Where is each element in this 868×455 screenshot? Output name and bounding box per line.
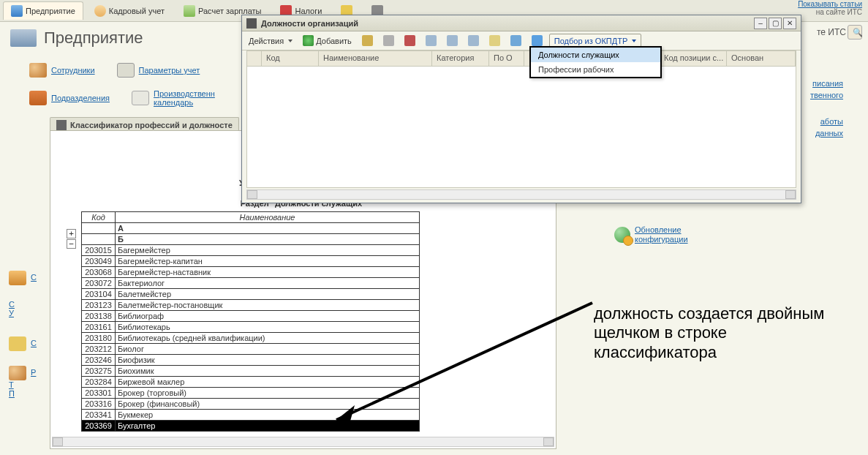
okpdtr-label: Подбор из ОКПДТР <box>554 37 627 45</box>
table-row[interactable]: 203301Брокер (торговый) <box>82 388 420 399</box>
table-row[interactable]: 203316Брокер (финансовый) <box>82 399 420 410</box>
stub-link[interactable]: С <box>31 273 37 282</box>
cell-name: Бактериолог <box>116 278 420 289</box>
copy-button[interactable] <box>380 34 398 48</box>
link-frag[interactable]: твенного <box>810 91 843 99</box>
cell-name: Биолог <box>116 344 420 355</box>
add-label: Добавить <box>316 37 352 45</box>
tab-enterprise[interactable]: Предприятие <box>3 1 83 20</box>
group-row[interactable]: А <box>82 223 420 234</box>
update-link[interactable]: Обновление <box>635 225 682 234</box>
table-row[interactable]: 203180Библиотекарь (средней квалификации… <box>82 333 420 344</box>
group-row[interactable]: Б <box>82 234 420 245</box>
search-button[interactable]: 🔍 <box>848 25 862 40</box>
its-search: те ИТС 🔍 <box>817 25 862 40</box>
scroll-left-button[interactable] <box>53 437 63 446</box>
table-row[interactable]: 203341Букмекер <box>82 410 420 421</box>
table-row[interactable]: 203275Биохимик <box>82 366 420 377</box>
maximize-button[interactable]: ▢ <box>769 18 782 29</box>
refresh-button[interactable] <box>507 34 525 48</box>
link-text[interactable]: Производственн <box>154 89 215 98</box>
col-basis[interactable]: Основан <box>727 51 796 66</box>
stub-link[interactable]: У <box>9 309 14 317</box>
stub-link[interactable]: Р <box>31 368 36 377</box>
link-text[interactable]: Сотрудники <box>51 66 95 75</box>
people-icon <box>9 366 26 380</box>
cell-code: 203275 <box>82 366 116 377</box>
table-row[interactable]: 203049Багермейстер-капитан <box>82 256 420 267</box>
col-code[interactable]: Код <box>262 51 319 66</box>
find-button[interactable] <box>486 34 504 48</box>
table-row[interactable]: 203138Библиограф <box>82 311 420 322</box>
col-name[interactable]: Наименование <box>319 51 432 66</box>
edit-button[interactable] <box>358 34 377 48</box>
its-note: Показывать статьи на сайте ИТС <box>798 0 862 16</box>
dialog-h-scrollbar[interactable] <box>246 189 796 200</box>
grid-body[interactable] <box>246 67 796 188</box>
h-scrollbar[interactable] <box>52 437 554 447</box>
its-link[interactable]: Показывать статьи <box>798 0 862 8</box>
cell-name: Биржевой маклер <box>116 377 420 388</box>
menu-positions[interactable]: Должности служащих <box>531 48 660 62</box>
minimize-button[interactable]: – <box>754 18 767 29</box>
stub-link[interactable]: С <box>9 300 15 309</box>
tree-collapse-minus[interactable]: − <box>67 239 76 249</box>
table-row[interactable]: 203072Бактериолог <box>82 278 420 289</box>
scroll-right-button[interactable] <box>785 190 796 199</box>
col-position-code[interactable]: Код позиции с... <box>660 51 727 66</box>
sort-button[interactable] <box>443 34 461 48</box>
table-row[interactable]: 203123Балетмейстер-постановщик <box>82 300 420 311</box>
cell-name: Брокер (финансовый) <box>116 399 420 410</box>
delete-button[interactable] <box>401 34 419 48</box>
dialog-icon <box>246 18 257 29</box>
tab-hr[interactable]: Кадровый учет <box>86 1 173 20</box>
link-employees[interactable]: Сотрудники <box>29 63 95 78</box>
cell-code: 203049 <box>82 256 116 267</box>
cell-name: Бухгалтер <box>116 421 420 432</box>
table-row[interactable]: 203015Багермейстер <box>82 245 420 256</box>
link-frag[interactable]: данных <box>815 129 843 138</box>
departments-icon <box>29 91 47 105</box>
link-text[interactable]: Подразделения <box>51 94 110 102</box>
scroll-left-button[interactable] <box>247 190 257 199</box>
table-row[interactable]: 203284Биржевой маклер <box>82 377 420 388</box>
stub-link[interactable]: П <box>9 389 15 398</box>
actions-menu[interactable]: Действия <box>245 34 296 48</box>
tab-label: Предприятие <box>26 7 75 15</box>
stub-link[interactable]: Т <box>9 380 14 389</box>
close-button[interactable]: ✕ <box>783 18 796 29</box>
dialog-titlebar[interactable]: Должности организаций – ▢ ✕ <box>242 15 801 31</box>
link-frag[interactable]: аботы <box>820 117 843 126</box>
update-config[interactable]: Обновление конфигурации <box>614 225 688 244</box>
link-text[interactable]: Параметры учет <box>139 66 200 75</box>
scroll-right-button[interactable] <box>543 437 554 446</box>
col-marker[interactable] <box>247 51 262 66</box>
link-text[interactable]: календарь <box>154 98 193 107</box>
col-ok[interactable]: По О <box>489 51 524 66</box>
col-category[interactable]: Категория <box>432 51 489 66</box>
link-frag[interactable]: писания <box>812 79 843 88</box>
filter-icon <box>426 35 437 46</box>
link-prod-calendar[interactable]: Производственн календарь <box>132 89 215 107</box>
search-placeholder-frag: те ИТС <box>817 27 846 37</box>
filter2-icon <box>468 35 479 46</box>
filter2-button[interactable] <box>464 34 483 48</box>
table-row[interactable]: 203161Библиотекарь <box>82 322 420 333</box>
link-departments[interactable]: Подразделения <box>29 89 110 107</box>
menu-professions[interactable]: Профессии рабочих <box>531 62 660 77</box>
cell-name: Балетмейстер <box>116 289 420 300</box>
table-row[interactable]: 203369Бухгалтер <box>82 421 420 432</box>
table-row[interactable]: 203068Багермейстер-наставник <box>82 267 420 278</box>
table-row[interactable]: 203212Биолог <box>82 344 420 355</box>
link-accounting-params[interactable]: Параметры учет <box>117 63 200 78</box>
table-row[interactable]: 203246Биофизик <box>82 355 420 366</box>
table-row[interactable]: 203104Балетмейстер <box>82 289 420 300</box>
stub-link[interactable]: С <box>31 339 37 347</box>
filter-button[interactable] <box>422 34 440 48</box>
calendar-icon <box>132 91 149 105</box>
tree-expand-plus[interactable]: + <box>67 229 76 238</box>
add-icon <box>303 35 314 46</box>
classifier-icon <box>56 120 67 130</box>
add-button[interactable]: Добавить <box>299 34 355 48</box>
update-link[interactable]: конфигурации <box>635 235 688 244</box>
